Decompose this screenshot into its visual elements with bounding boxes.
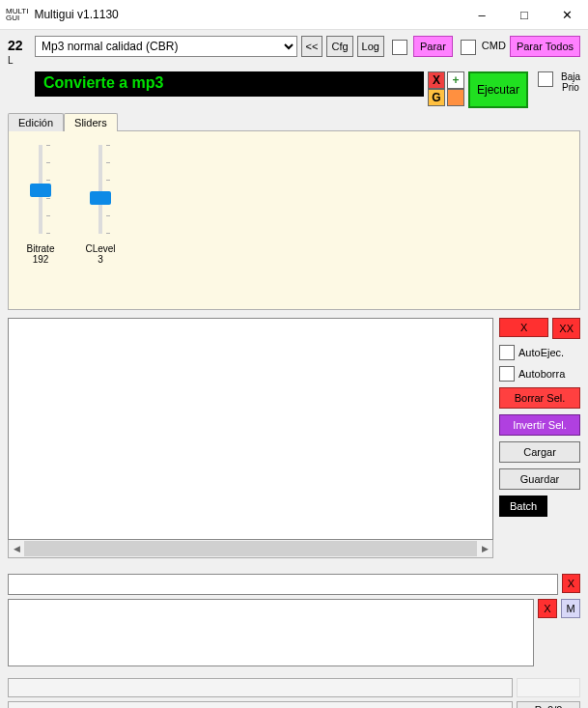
mini-icon-grid: X + G [428,71,464,104]
log-checkbox[interactable] [392,40,407,55]
command-input[interactable] [8,574,558,595]
tab-strip: Edición Sliders [8,112,580,130]
g-icon[interactable]: G [428,89,445,106]
prev-button[interactable]: << [301,36,323,57]
window-title: Multigui v1.1130 [34,8,461,21]
low-priority-label-group: Baja Prio [561,71,580,93]
execute-button[interactable]: Ejecutar [468,71,528,108]
delete-all-button[interactable]: XX [552,318,580,339]
delete-item-button[interactable]: X [499,318,548,337]
slider-bitrate[interactable]: Bitrate 192 [24,145,57,265]
low-priority-group [534,71,555,87]
remove-icon[interactable]: X [428,71,445,89]
m-button[interactable]: M [561,599,580,618]
autoexec-label: AutoEjec. [518,347,564,358]
add-icon[interactable]: + [447,71,464,89]
cmd-label: CMD [482,36,506,51]
progress-bar-1 [8,678,513,697]
autoexec-checkbox[interactable] [499,345,515,360]
stop-button[interactable]: Parar [413,36,453,57]
slider-clevel-value: 3 [85,254,115,265]
progress-counter: P: 0/0 [517,701,580,708]
tab-sliders[interactable]: Sliders [64,113,118,131]
file-list[interactable] [8,318,493,540]
hscroll-left-arrow-icon[interactable]: ◀ [9,540,24,557]
instance-letter: L [8,55,31,66]
orange-icon[interactable] [447,89,464,106]
instance-number: 22 L [8,36,31,66]
file-list-hscroll[interactable]: ◀ ▶ [8,540,493,558]
save-button[interactable]: Guardar [499,468,580,490]
window-minimize-button[interactable]: – [461,0,503,29]
slider-clevel-label: CLevel [85,243,115,254]
progress-spacer [517,678,580,697]
config-button[interactable]: Cfg [326,36,352,57]
slider-bitrate-thumb[interactable] [30,184,51,197]
log-button[interactable]: Log [357,36,384,57]
hscroll-right-arrow-icon[interactable]: ▶ [477,540,492,557]
low-priority-label1: Baja [561,71,580,82]
low-priority-checkbox[interactable] [538,71,553,87]
stop-all-button[interactable]: Parar Todos [510,36,580,57]
window-close-button[interactable]: ✕ [546,0,588,29]
slider-bitrate-label: Bitrate [27,243,55,254]
batch-button[interactable]: Batch [499,496,547,517]
sliders-panel: Bitrate 192 CLevel 3 [8,130,580,310]
clear-output-button[interactable]: X [538,599,557,618]
slider-bitrate-value: 192 [27,254,55,265]
output-textarea[interactable] [8,599,534,666]
autodelete-checkbox[interactable] [499,366,515,382]
preset-title: Convierte a mp3 [35,71,424,97]
progress-bar-2 [8,701,513,708]
delete-selection-button[interactable]: Borrar Sel. [499,387,580,409]
clear-command-button[interactable]: X [562,574,580,593]
slider-clevel[interactable]: CLevel 3 [84,145,117,265]
invert-selection-button[interactable]: Invertir Sel. [499,414,580,436]
app-logo: MULTI GUI [6,8,28,21]
window-maximize-button[interactable]: □ [503,0,546,29]
side-column: X XX AutoEjec. Autoborra Borrar Sel. Inv… [499,318,580,558]
low-priority-label2: Prio [562,82,579,93]
hscroll-thumb[interactable] [24,541,477,556]
autodelete-label: Autoborra [518,368,565,380]
tab-edicion[interactable]: Edición [8,113,64,131]
cmd-checkbox[interactable] [461,40,476,55]
app-logo-line2: GUI [6,14,28,21]
slider-clevel-thumb[interactable] [90,191,111,205]
window-titlebar: MULTI GUI Multigui v1.1130 – □ ✕ [0,0,588,30]
instance-number-value: 22 [8,38,23,53]
preset-select[interactable]: Mp3 normal calidad (CBR) [35,36,297,57]
load-button[interactable]: Cargar [499,441,580,463]
